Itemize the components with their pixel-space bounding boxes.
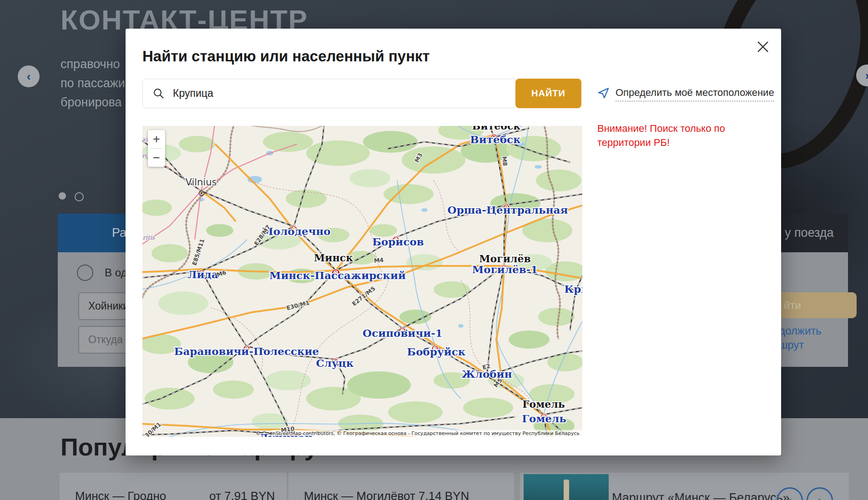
tab-schedule-label: Ра xyxy=(112,226,126,240)
map-place-label: Гомель xyxy=(522,412,566,425)
route-card[interactable]: Минск — Гродно от 7,91 BYN xyxy=(60,473,287,500)
route-price: от 7,91 BYN xyxy=(209,489,275,500)
map-place-label: Орша-Центральная xyxy=(448,204,568,216)
city-marker-dot xyxy=(201,192,202,194)
carousel-dot[interactable] xyxy=(75,192,84,201)
chevron-left-icon: ‹ xyxy=(788,494,792,500)
geolocate-label: Определить моё местоположение xyxy=(616,87,774,101)
find-station-modal: Найти станцию или населенный пункт НАЙТИ… xyxy=(126,29,781,455)
location-arrow-icon xyxy=(597,87,610,99)
carousel-dot-active[interactable] xyxy=(59,192,66,200)
search-warning: Внимание! Поиск только по территории РБ! xyxy=(597,121,766,150)
map-place-label: Бобруйск xyxy=(407,345,466,358)
map-image[interactable]: © OpenStreetMap contributors, © Географи… xyxy=(142,126,582,437)
map-place-label: Осиповичи-1 xyxy=(363,327,443,339)
map-place-label: Борисов xyxy=(372,235,424,248)
map-place-label: Лида xyxy=(187,268,218,280)
modal-title: Найти станцию или населенный пункт xyxy=(142,48,430,65)
map-place-label: Кричев xyxy=(564,283,582,295)
feature-caption: Маршрут «Минск — Беларусь» xyxy=(612,491,790,500)
map-place-label: Могилёв-1 xyxy=(472,263,538,275)
search-icon xyxy=(153,88,165,100)
zoom-in-button[interactable]: + xyxy=(148,130,165,148)
close-icon xyxy=(754,38,772,56)
route-price: от 7,14 BYN xyxy=(404,489,469,500)
road-label: М4 xyxy=(374,256,384,264)
chevron-right-icon: › xyxy=(818,494,822,500)
route-name: Минск — Могилёв xyxy=(304,489,404,500)
chevron-right-icon: › xyxy=(865,69,868,83)
station-search-field[interactable] xyxy=(142,79,515,108)
geolocate-link[interactable]: Определить моё местоположение xyxy=(597,87,774,101)
road-label: Е85/М11 xyxy=(191,238,206,266)
map-place-label: Слуцк xyxy=(316,357,354,369)
tab-train-info-label: у поезда xyxy=(785,226,834,240)
map-place-label: Минск xyxy=(314,252,353,264)
close-button[interactable] xyxy=(754,38,772,56)
find-button[interactable]: НАЙТИ xyxy=(515,79,581,108)
map-place-label: Молодечно xyxy=(262,225,330,237)
continue-route-link[interactable]: должить шрут xyxy=(779,324,822,352)
map-zoom-control: + − xyxy=(148,130,165,167)
map-place-label: Минск-Пассажирский xyxy=(269,269,406,281)
map-place-label: Барановичи-Полесские xyxy=(174,345,319,357)
route-card[interactable]: Минск — Могилёв от 7,14 BYN xyxy=(288,473,514,500)
map-place-label: Витебск xyxy=(472,126,521,132)
hero-subtitle: справочно по пассажи бронирова xyxy=(61,55,125,112)
carousel-prev-button[interactable]: ‹ xyxy=(18,65,40,87)
route-name: Минск — Гродно xyxy=(75,489,166,500)
map-place-label: Витебск xyxy=(470,133,521,145)
feature-card[interactable]: Маршрут «Минск — Беларусь» ‹ › xyxy=(520,473,849,500)
map-place-label: Гомель xyxy=(522,398,565,410)
monument-shape xyxy=(564,480,569,500)
station-search-input[interactable] xyxy=(172,87,492,100)
road-label: М8 xyxy=(501,156,509,166)
feature-photo xyxy=(524,474,609,500)
map-place-label: Vilnius xyxy=(186,177,217,188)
one-way-radio[interactable] xyxy=(77,265,93,281)
feature-prev-button[interactable]: ‹ xyxy=(777,487,803,500)
map-canvas[interactable]: © OpenStreetMap contributors, © Географи… xyxy=(142,126,582,437)
page: КОНТАКТ-ЦЕНТР справочно по пассажи брони… xyxy=(0,0,868,500)
feature-next-button[interactable]: › xyxy=(807,487,833,500)
zoom-out-button[interactable]: − xyxy=(148,149,165,167)
road-label: Е30/М1 xyxy=(286,299,310,311)
map-place-label: ritis xyxy=(143,234,156,241)
chevron-left-icon: ‹ xyxy=(27,70,31,84)
